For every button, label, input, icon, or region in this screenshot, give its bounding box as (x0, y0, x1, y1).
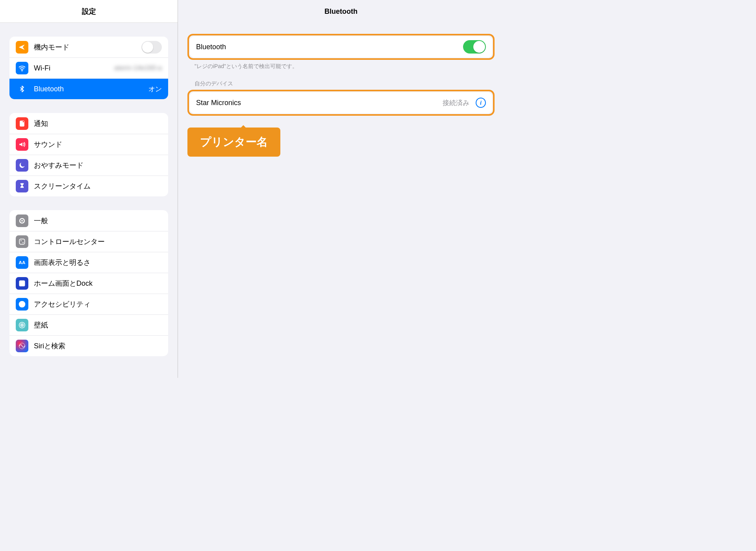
sidebar-item-label: 壁紙 (34, 320, 162, 330)
sidebar-item-label: Wi-Fi (34, 64, 109, 72)
hourglass-icon (16, 180, 28, 192)
device-name: Star Micronics (196, 99, 439, 107)
sidebar-item-label: ホーム画面とDock (34, 279, 162, 288)
sidebar-item-accessibility[interactable]: アクセシビリティ (9, 294, 168, 314)
sidebar-item-label: スクリーンタイム (34, 181, 162, 191)
sidebar-item-value: オン (148, 85, 162, 94)
aa-icon (16, 256, 28, 269)
sidebar-title: 設定 (0, 0, 178, 23)
device-status: 接続済み (443, 98, 469, 107)
sidebar-item-control-center[interactable]: コントロールセンター (9, 231, 168, 252)
control-center-icon (16, 235, 28, 248)
sidebar-item-label: サウンド (34, 140, 162, 149)
bluetooth-toggle-label: Bluetooth (196, 43, 459, 51)
home-dock-icon (16, 277, 28, 290)
sidebar-item-label: 一般 (34, 216, 162, 226)
sidebar-item-label: おやすみモード (34, 161, 162, 170)
gear-icon (16, 214, 28, 227)
sidebar-item-label: 通知 (34, 119, 162, 128)
sidebar-item-notifications[interactable]: 通知 (9, 113, 168, 134)
airplane-icon (16, 41, 28, 54)
sidebar-item-home-dock[interactable]: ホーム画面とDock (9, 273, 168, 294)
device-row[interactable]: Star Micronics 接続済み i (196, 92, 486, 113)
moon-icon (16, 159, 28, 172)
siri-icon (16, 340, 28, 352)
sidebar-item-label: アクセシビリティ (34, 300, 162, 309)
bluetooth-toggle-row[interactable]: Bluetooth (196, 36, 486, 57)
wallpaper-icon (16, 319, 28, 331)
discoverable-text: "レジのiPad"という名前で検出可能です。 (187, 60, 495, 70)
sidebar-item-label: 画面表示と明るさ (34, 258, 162, 267)
bluetooth-icon (16, 83, 28, 95)
sidebar-item-screen-time[interactable]: スクリーンタイム (9, 176, 168, 196)
sidebar-group: 通知サウンドおやすみモードスクリーンタイム (9, 113, 168, 196)
sidebar-item-label: コントロールセンター (34, 237, 162, 246)
sidebar-item-general[interactable]: 一般 (9, 210, 168, 231)
sidebar-item-label: Siriと検索 (34, 341, 162, 351)
device-highlight: Star Micronics 接続済み i (187, 90, 495, 116)
sounds-icon (16, 138, 28, 151)
page-title: Bluetooth (178, 0, 504, 23)
sidebar-item-label: Bluetooth (34, 85, 143, 93)
my-devices-title: 自分のデバイス (187, 70, 495, 90)
sidebar-group: 機内モードWi-Fiaterm-14e160-aBluetoothオン (9, 37, 168, 99)
airplane-mode-switch[interactable] (141, 41, 162, 54)
sidebar-item-bluetooth[interactable]: Bluetoothオン (9, 78, 168, 99)
sidebar-item-do-not-disturb[interactable]: おやすみモード (9, 155, 168, 176)
bluetooth-switch[interactable] (463, 40, 486, 54)
sidebar-item-wifi[interactable]: Wi-Fiaterm-14e160-a (9, 57, 168, 78)
sidebar-item-sounds[interactable]: サウンド (9, 134, 168, 155)
info-icon[interactable]: i (476, 98, 486, 108)
settings-sidebar: 設定 機内モードWi-Fiaterm-14e160-aBluetoothオン通知… (0, 0, 178, 378)
sidebar-item-airplane-mode[interactable]: 機内モード (9, 37, 168, 57)
notifications-icon (16, 117, 28, 130)
sidebar-group: 一般コントロールセンター画面表示と明るさホーム画面とDockアクセシビリティ壁紙… (9, 210, 168, 356)
sidebar-item-value: aterm-14e160-a (114, 64, 162, 72)
bluetooth-panel: Bluetooth Bluetooth "レジのiPad"という名前で検出可能で… (178, 0, 504, 378)
printer-name-callout: プリンター名 (187, 128, 280, 157)
sidebar-item-siri[interactable]: Siriと検索 (9, 335, 168, 356)
sidebar-item-wallpaper[interactable]: 壁紙 (9, 314, 168, 335)
sidebar-item-display[interactable]: 画面表示と明るさ (9, 252, 168, 273)
accessibility-icon (16, 298, 28, 311)
bluetooth-toggle-highlight: Bluetooth (187, 34, 495, 60)
wifi-icon (16, 62, 28, 74)
sidebar-item-label: 機内モード (34, 43, 136, 52)
